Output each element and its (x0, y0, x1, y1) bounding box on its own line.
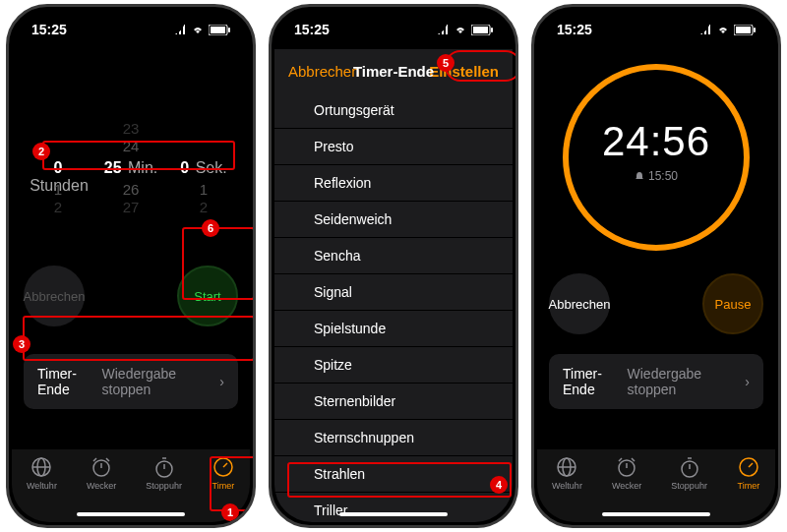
phone-timer-setup: 15:25 23 24 0 Stunden 25 Min. 0 Sek. 126… (6, 4, 256, 528)
notch (339, 10, 448, 35)
svg-rect-5 (211, 27, 225, 33)
tab-alarm[interactable]: Wecker (87, 455, 116, 491)
pause-button[interactable]: Pause (702, 273, 763, 334)
wifi-icon (454, 25, 467, 34)
nav-bar: Abbrechen Timer-Ende Einstellen (274, 49, 513, 92)
svg-rect-25 (491, 28, 493, 32)
timer-end-value: Wiedergabe stoppen (628, 366, 742, 397)
chevron-right-icon: › (219, 374, 224, 389)
remaining-time: 24:56 (537, 118, 775, 165)
status-time: 15:25 (294, 22, 330, 37)
cancel-button: Abbrechen (24, 266, 85, 326)
svg-rect-31 (736, 27, 751, 33)
tab-alarm[interactable]: Wecker (612, 455, 641, 491)
svg-rect-6 (228, 28, 230, 32)
home-indicator[interactable] (77, 512, 185, 516)
notch (77, 10, 185, 35)
svg-line-45 (749, 463, 753, 467)
sound-item[interactable]: Reflexion (274, 165, 513, 202)
home-indicator[interactable] (339, 512, 448, 516)
wifi-icon (716, 25, 730, 34)
nav-cancel[interactable]: Abbrechen (288, 63, 360, 80)
timer-icon (737, 455, 760, 479)
battery-icon (471, 25, 493, 35)
sound-item[interactable]: Spielstunde (274, 311, 513, 347)
svg-line-12 (93, 458, 96, 461)
phone-timer-running: 15:25 24:56 15:50 Abbrechen Pause Timer-… (531, 4, 781, 528)
cancel-button[interactable]: Abbrechen (549, 273, 610, 334)
stopwatch-icon (152, 455, 176, 479)
sound-list[interactable]: OrtungsgerätPrestoReflexionSeidenweichSe… (274, 92, 513, 522)
sound-item[interactable]: Sternenbilder (274, 384, 513, 420)
end-time: 15:50 (537, 169, 775, 183)
sound-item[interactable]: Seidenweich (274, 202, 513, 238)
timer-icon (212, 455, 235, 479)
svg-line-13 (106, 458, 109, 461)
notch (602, 10, 710, 35)
wifi-icon (191, 25, 205, 34)
globe-icon (30, 455, 53, 479)
battery-icon (209, 25, 230, 35)
sound-item[interactable]: Presto (274, 129, 513, 165)
svg-line-40 (632, 458, 635, 461)
svg-rect-32 (754, 28, 756, 32)
status-time: 15:25 (557, 22, 592, 37)
timer-end-label: Timer-Ende (563, 366, 628, 397)
tab-timer[interactable]: Timer (737, 455, 760, 491)
tab-stopwatch[interactable]: Stoppuhr (671, 455, 707, 491)
svg-rect-24 (473, 27, 488, 33)
start-button[interactable]: Start (177, 266, 238, 326)
home-indicator[interactable] (602, 512, 710, 516)
timer-end-row[interactable]: Timer-Ende Wiedergabe stoppen› (24, 354, 238, 409)
bell-icon (635, 171, 644, 181)
globe-icon (555, 455, 578, 479)
alarm-icon (90, 455, 113, 479)
phone-timer-end-picker: 15:25 Abbrechen Timer-Ende Einstellen Or… (269, 4, 518, 528)
tab-timer[interactable]: Timer (212, 455, 235, 491)
timer-end-label: Timer-Ende (37, 366, 102, 397)
svg-line-39 (619, 458, 622, 461)
tab-bar: Weltuhr Wecker Stoppuhr Timer (12, 449, 250, 522)
chevron-right-icon: › (745, 374, 750, 389)
battery-icon (734, 25, 756, 35)
sound-item[interactable]: Sencha (274, 238, 513, 274)
alarm-icon (615, 455, 638, 479)
sound-item[interactable]: Signal (274, 274, 513, 311)
nav-set[interactable]: Einstellen (429, 63, 499, 80)
sound-item[interactable]: Triller (274, 493, 513, 522)
timer-end-row[interactable]: Timer-Ende Wiedergabe stoppen› (549, 354, 763, 409)
sound-item[interactable]: Spitze (274, 347, 513, 384)
svg-line-18 (223, 463, 227, 467)
status-time: 15:25 (31, 22, 67, 37)
tab-stopwatch[interactable]: Stoppuhr (146, 455, 182, 491)
tab-worldclock[interactable]: Weltuhr (27, 455, 57, 491)
sound-item[interactable]: Ortungsgerät (274, 92, 513, 129)
stopwatch-icon (678, 455, 701, 479)
tab-bar: Weltuhr Wecker Stoppuhr Timer (537, 449, 775, 522)
duration-picker[interactable]: 23 24 0 Stunden 25 Min. 0 Sek. 1261 2272 (22, 108, 240, 226)
tab-worldclock[interactable]: Weltuhr (552, 455, 582, 491)
sound-item[interactable]: Sternschnuppen (274, 420, 513, 456)
sound-item[interactable]: Strahlen (274, 456, 513, 493)
timer-end-value: Wiedergabe stoppen (102, 366, 216, 397)
